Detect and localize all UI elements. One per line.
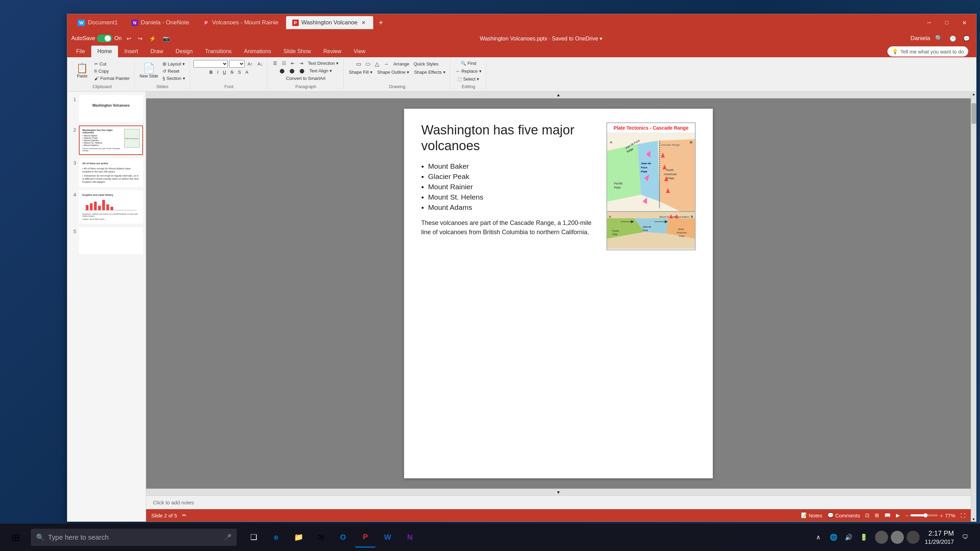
- scroll-thumb[interactable]: [971, 103, 976, 124]
- slideshow-button[interactable]: ▶: [896, 512, 900, 518]
- shape3[interactable]: △: [373, 60, 381, 68]
- ribbon-tab-file[interactable]: File: [70, 46, 91, 57]
- slide-thumb-1[interactable]: 1 Washington Volcanoes: [70, 95, 143, 122]
- zoom-knob[interactable]: [923, 513, 928, 518]
- battery-icon[interactable]: 🔋: [858, 531, 870, 543]
- network-icon[interactable]: 🌐: [827, 531, 840, 543]
- shape1[interactable]: ▭: [354, 60, 363, 68]
- arrange-button[interactable]: Arrange: [392, 61, 411, 67]
- slide-sorter-button[interactable]: ⊞: [875, 512, 879, 518]
- text-direction-button[interactable]: Text Direction ▾: [306, 60, 340, 67]
- redo-button[interactable]: ↪: [136, 34, 145, 43]
- shape-effects-button[interactable]: Shape Effects ▾: [412, 69, 447, 75]
- close-button[interactable]: ✕: [956, 16, 972, 29]
- tab-document1[interactable]: W Document1: [72, 16, 124, 29]
- quick-styles-button[interactable]: Quick Styles: [412, 61, 440, 67]
- tab-onenote[interactable]: N Daniela - OneNote: [125, 16, 195, 29]
- shadow-button[interactable]: S: [236, 69, 243, 75]
- bold-button[interactable]: B: [208, 69, 215, 75]
- action-center-icon[interactable]: 🗨: [959, 531, 971, 543]
- ribbon-tab-view[interactable]: View: [347, 46, 371, 57]
- align-left-button[interactable]: ⬤: [278, 68, 286, 74]
- reading-view-button[interactable]: 📖: [884, 512, 891, 518]
- replace-button[interactable]: ↔ Replace ▾: [454, 68, 483, 75]
- minimize-button[interactable]: ─: [921, 16, 937, 29]
- up-arrow-icon[interactable]: ∧: [812, 531, 825, 543]
- notes-toggle[interactable]: 📝 Notes: [801, 512, 822, 518]
- reset-button[interactable]: ↺ Reset: [161, 68, 187, 75]
- underline-button[interactable]: U: [221, 69, 228, 75]
- slide-thumb-img-4[interactable]: Eruption and Lahar History Eruptions: ad…: [79, 190, 143, 224]
- user-avatar-1[interactable]: [875, 531, 888, 544]
- align-right-button[interactable]: ⬤: [298, 68, 306, 74]
- taskbar-clock[interactable]: 2:17 PM 11/29/2017: [925, 528, 954, 546]
- task-view-button[interactable]: ❑: [243, 527, 264, 548]
- tab-volcanoes[interactable]: P Washington Volcanoe ✕: [286, 16, 374, 29]
- ribbon-tab-transitions[interactable]: Transitions: [199, 46, 238, 57]
- text-align-button[interactable]: Text Align ▾: [308, 68, 334, 74]
- editor-scroll[interactable]: Washington has five major volcanoes Moun…: [146, 98, 971, 489]
- ppt-taskbar-button[interactable]: P: [355, 527, 375, 548]
- scroll-top-arrow[interactable]: ▲: [971, 92, 976, 96]
- slide-thumb-img-1[interactable]: Washington Volcanoes: [79, 95, 143, 122]
- ribbon-tab-review[interactable]: Review: [317, 46, 347, 57]
- slide-canvas[interactable]: Washington has five major volcanoes Moun…: [404, 109, 713, 478]
- store-button[interactable]: 🛍: [310, 527, 331, 548]
- slide-image-area[interactable]: Plate Tectonics - Cascade Range Pacific: [606, 122, 696, 465]
- cut-button[interactable]: ✂ Cut: [92, 61, 131, 67]
- shape2[interactable]: ⬭: [364, 60, 372, 68]
- scroll-up-button[interactable]: ▲: [146, 92, 971, 98]
- strikethrough-button[interactable]: S: [229, 69, 235, 75]
- search-icon[interactable]: 🔍: [933, 33, 945, 44]
- slide-thumb-3[interactable]: 3 All of them are active • All of them e…: [70, 159, 143, 187]
- numbered-list-button[interactable]: ☷: [280, 60, 288, 67]
- outlook-button[interactable]: O: [333, 527, 353, 548]
- comment-icon[interactable]: 💬: [961, 34, 972, 43]
- user-avatar-3[interactable]: [907, 531, 920, 544]
- select-button[interactable]: ⬚ Select ▾: [456, 76, 481, 82]
- bullet-4[interactable]: Mount St. Helens: [428, 193, 600, 201]
- tell-me-box[interactable]: 💡 Tell me what you want to do: [888, 46, 968, 57]
- bullet-3[interactable]: Mount Rainier: [428, 183, 600, 191]
- font-color-button[interactable]: A: [243, 69, 250, 75]
- zoom-plus-button[interactable]: +: [940, 513, 943, 518]
- notes-bar[interactable]: Click to add notes: [146, 495, 971, 509]
- maximize-button[interactable]: □: [939, 16, 955, 29]
- ribbon-tab-slideshow[interactable]: Slide Show: [277, 46, 317, 57]
- decrease-indent-button[interactable]: ⇤: [289, 60, 296, 67]
- explorer-button[interactable]: 📁: [288, 527, 309, 548]
- fit-slide-button[interactable]: ⛶: [961, 513, 966, 518]
- shape4[interactable]: →: [382, 60, 391, 68]
- slide-thumb-img-3[interactable]: All of them are active • All of them exc…: [79, 159, 143, 187]
- ribbon-tab-insert[interactable]: Insert: [118, 46, 144, 57]
- ribbon-tab-design[interactable]: Design: [169, 46, 199, 57]
- paste-button[interactable]: 📋 Paste: [73, 62, 92, 79]
- section-button[interactable]: § Section ▾: [161, 75, 187, 82]
- qa-extra1[interactable]: ⚡: [147, 34, 158, 43]
- new-tab-button[interactable]: +: [375, 16, 387, 29]
- shape-outline-button[interactable]: Shape Outline ▾: [375, 69, 411, 75]
- undo-button[interactable]: ↩: [124, 34, 133, 43]
- bullet-2[interactable]: Glacier Peak: [428, 173, 600, 181]
- ribbon-tab-draw[interactable]: Draw: [144, 46, 169, 57]
- scroll-bottom-arrow[interactable]: ▼: [971, 517, 976, 521]
- normal-view-button[interactable]: ⊡: [865, 512, 870, 518]
- copy-button[interactable]: ⎘ Copy: [92, 68, 131, 75]
- word-taskbar-button[interactable]: W: [377, 527, 398, 548]
- autosave-toggle[interactable]: [97, 35, 112, 42]
- zoom-slider[interactable]: [910, 514, 938, 516]
- ribbon-tab-animations[interactable]: Animations: [238, 46, 277, 57]
- vertical-scrollbar[interactable]: ▲ ▼: [971, 92, 976, 521]
- slide-thumb-2[interactable]: 2 Washington has five major volcanoes • …: [70, 125, 143, 155]
- slide-body-text[interactable]: These volcanoes are part of the Cascade …: [421, 218, 600, 237]
- italic-button[interactable]: I: [215, 69, 220, 75]
- bullet-1[interactable]: Mount Baker: [428, 162, 600, 170]
- align-center-button[interactable]: ⬤: [288, 68, 296, 74]
- slide-thumb-img-5[interactable]: [79, 227, 143, 254]
- history-icon[interactable]: 🕒: [947, 34, 958, 43]
- find-button[interactable]: 🔍 Find: [459, 60, 478, 67]
- font-size-select[interactable]: [229, 60, 245, 68]
- volume-icon[interactable]: 🔊: [842, 531, 855, 543]
- bullet-list-button[interactable]: ☰: [271, 60, 279, 67]
- new-slide-button[interactable]: 📄 New Slide: [138, 62, 160, 79]
